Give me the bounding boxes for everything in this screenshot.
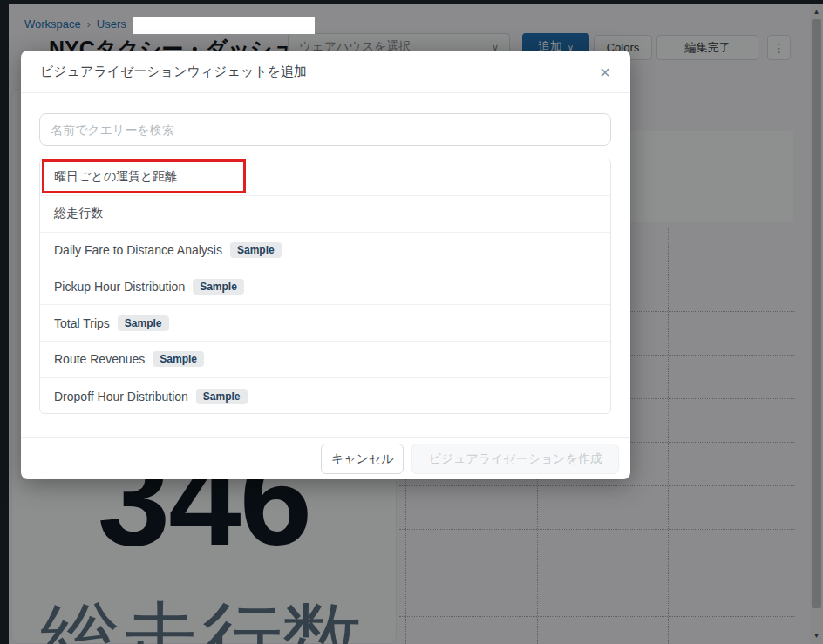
query-search-input[interactable] bbox=[39, 113, 611, 146]
modal-title: ビジュアライゼーションウィジェットを追加 bbox=[40, 64, 307, 80]
sample-badge: Sample bbox=[118, 315, 169, 331]
add-visualization-modal: ビジュアライゼーションウィジェットを追加 ✕ 曜日ごとの運賃と距離総走行数Dai… bbox=[21, 51, 630, 479]
query-list: 曜日ごとの運賃と距離総走行数Daily Fare to Distance Ana… bbox=[39, 159, 611, 414]
query-name: Daily Fare to Distance Analysis bbox=[54, 243, 222, 257]
query-name: Total Trips bbox=[54, 316, 110, 330]
query-name: Route Revenues bbox=[54, 352, 145, 366]
query-list-item[interactable]: Dropoff Hour DistributionSample bbox=[40, 378, 610, 414]
modal-header: ビジュアライゼーションウィジェットを追加 bbox=[21, 51, 630, 93]
query-list-item[interactable]: Pickup Hour DistributionSample bbox=[40, 268, 610, 305]
query-list-item[interactable]: Route RevenuesSample bbox=[40, 342, 610, 378]
query-name: 総走行数 bbox=[54, 206, 103, 221]
redaction-box bbox=[133, 17, 315, 34]
query-list-item[interactable]: Daily Fare to Distance AnalysisSample bbox=[40, 233, 610, 269]
query-name: Dropoff Hour Distribution bbox=[54, 390, 188, 403]
query-name: 曜日ごとの運賃と距離 bbox=[54, 169, 177, 185]
sample-badge: Sample bbox=[153, 351, 204, 367]
query-list-item[interactable]: 総走行数 bbox=[40, 196, 610, 233]
sample-badge: Sample bbox=[230, 242, 282, 258]
sample-badge: Sample bbox=[193, 279, 244, 295]
create-visualization-button[interactable]: ビジュアライゼーションを作成 bbox=[412, 444, 619, 474]
sample-badge: Sample bbox=[196, 389, 248, 404]
query-list-item[interactable]: Total TripsSample bbox=[40, 305, 610, 342]
close-icon[interactable]: ✕ bbox=[595, 63, 615, 82]
modal-footer: キャンセル ビジュアライゼーションを作成 bbox=[21, 437, 630, 479]
query-list-item[interactable]: 曜日ごとの運賃と距離 bbox=[40, 159, 610, 196]
query-name: Pickup Hour Distribution bbox=[54, 280, 185, 294]
screen: Workspace › Users › NYCタクシー・ダッシュ ウェアハウスを… bbox=[0, 0, 823, 644]
cancel-button[interactable]: キャンセル bbox=[321, 444, 404, 474]
